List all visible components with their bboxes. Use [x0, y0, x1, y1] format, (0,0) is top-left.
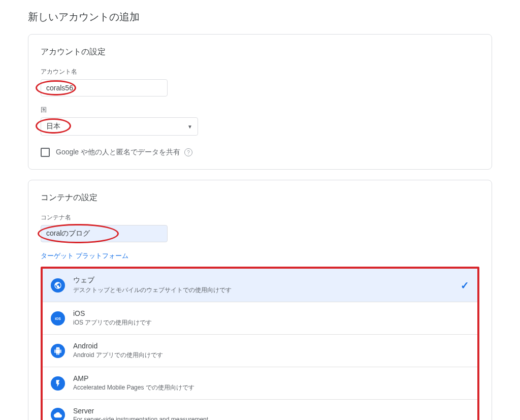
platform-server[interactable]: Server For server-side instrumentation a…: [43, 400, 477, 420]
page-title: 新しいアカウントの追加: [28, 10, 492, 24]
platform-desc: デスクトップとモバイルのウェブサイトでの使用向けです: [73, 286, 461, 295]
account-name-label: アカウント名: [41, 68, 479, 76]
ios-icon: iOS: [51, 311, 65, 326]
amp-icon: [51, 376, 65, 391]
platform-desc: Accelerated Mobile Pages での使用向けです: [73, 383, 469, 392]
platform-name: Android: [73, 342, 469, 350]
account-settings-card: アカウントの設定 アカウント名 国 日本 ▼ Google や他の人と匿名でデー…: [28, 34, 492, 170]
help-icon[interactable]: ?: [184, 148, 192, 156]
account-name-input[interactable]: [41, 79, 168, 96]
platform-name: iOS: [73, 309, 469, 317]
cloud-icon: [51, 408, 65, 420]
platform-web[interactable]: ウェブ デスクトップとモバイルのウェブサイトでの使用向けです ✓: [43, 269, 477, 302]
platform-ios[interactable]: iOS iOS iOS アプリでの使用向けです: [43, 302, 477, 335]
globe-icon: [51, 278, 65, 293]
country-label: 国: [41, 106, 479, 114]
platform-amp[interactable]: AMP Accelerated Mobile Pages での使用向けです: [43, 367, 477, 400]
platform-list-highlight: ウェブ デスクトップとモバイルのウェブサイトでの使用向けです ✓ iOS iOS…: [41, 267, 479, 420]
svg-text:iOS: iOS: [55, 317, 61, 320]
check-icon: ✓: [461, 279, 469, 292]
country-select[interactable]: 日本 ▼: [41, 117, 198, 136]
chevron-down-icon: ▼: [187, 124, 192, 130]
country-value: 日本: [46, 122, 60, 131]
platform-name: ウェブ: [73, 276, 461, 285]
container-name-label: コンテナ名: [41, 213, 479, 222]
android-icon: [51, 344, 65, 358]
container-name-input[interactable]: [41, 225, 168, 242]
platform-desc: For server-side instrumentation and meas…: [73, 416, 469, 420]
share-anonymous-checkbox[interactable]: [41, 148, 50, 157]
platform-name: AMP: [73, 374, 469, 382]
container-settings-card: コンテナの設定 コンテナ名 ターゲット プラットフォーム ウェブ デスクトップと…: [28, 180, 492, 420]
share-anonymous-label: Google や他の人と匿名でデータを共有 ?: [56, 148, 192, 157]
platform-name: Server: [73, 407, 469, 415]
container-card-title: コンテナの設定: [41, 192, 479, 203]
target-platform-label: ターゲット プラットフォーム: [41, 251, 479, 261]
account-card-title: アカウントの設定: [41, 47, 479, 57]
platform-desc: Android アプリでの使用向けです: [73, 351, 469, 360]
platform-desc: iOS アプリでの使用向けです: [73, 318, 469, 327]
platform-android[interactable]: Android Android アプリでの使用向けです: [43, 335, 477, 367]
